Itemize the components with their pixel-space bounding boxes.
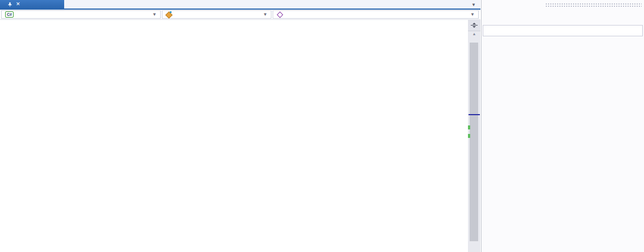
chevron-down-icon: ▼ <box>263 12 267 17</box>
csharp-project-icon: C# <box>5 11 14 18</box>
pin-tab-icon[interactable] <box>7 2 12 7</box>
solution-explorer-header[interactable] <box>482 0 644 10</box>
document-list-dropdown-icon[interactable]: ▼ <box>471 2 476 7</box>
type-dropdown[interactable]: ▼ <box>162 10 271 19</box>
document-tab-strip: ✕ ▼ <box>0 0 480 9</box>
caret-scroll-marker <box>469 114 480 115</box>
tab-mainpage-xaml[interactable] <box>67 0 76 9</box>
panel-drag-texture <box>545 3 642 8</box>
scroll-up-arrow-icon[interactable]: ▲ <box>468 32 480 36</box>
chevron-down-icon: ▼ <box>152 12 157 17</box>
split-window-handle[interactable] <box>468 20 480 31</box>
code-editor[interactable] <box>0 20 468 252</box>
editor-pane: ✕ ▼ C# ▼ ▼ ▼ <box>0 0 480 252</box>
scrollbar-thumb[interactable] <box>470 43 478 241</box>
method-icon <box>277 11 283 18</box>
code-lines <box>0 20 468 23</box>
chevron-down-icon: ▼ <box>470 12 475 17</box>
visual-studio-window: ✕ ▼ C# ▼ ▼ ▼ <box>0 0 644 252</box>
close-tab-icon[interactable]: ✕ <box>16 2 20 7</box>
solution-explorer-panel <box>481 0 644 252</box>
change-scroll-marker <box>468 125 470 129</box>
editor-vertical-scrollbar[interactable]: ▲ <box>468 20 480 252</box>
change-scroll-marker <box>468 134 470 138</box>
class-icon <box>166 12 171 17</box>
code-navigation-bar: C# ▼ ▼ ▼ <box>0 10 480 20</box>
project-dropdown[interactable]: C# ▼ <box>1 10 161 19</box>
search-input[interactable] <box>483 25 643 36</box>
member-dropdown[interactable]: ▼ <box>273 10 479 19</box>
tab-app-xaml-cs[interactable]: ✕ <box>0 0 64 9</box>
solution-explorer-toolbar <box>482 10 644 24</box>
